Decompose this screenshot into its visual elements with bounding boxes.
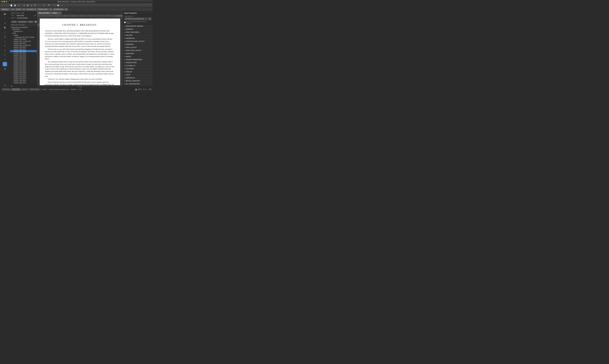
format-f-btn[interactable]: F <box>3 53 7 57</box>
print-preview-tab[interactable]: Print Preview <box>28 88 40 91</box>
prop-section-header[interactable]: ▶ FLEXIBILITY <box>123 64 153 67</box>
tree-item[interactable]: chapter_007.xhtml <box>10 54 37 56</box>
tree-item[interactable]: chapter_020.xhtml <box>10 80 37 82</box>
tree-item[interactable]: chapter_004.xhtml <box>10 48 37 50</box>
indent-btn[interactable]: ≡ <box>3 48 7 52</box>
editor-viewport[interactable]: 32px CHAPTER 5. BREAKFAST. I QUICKLY FOL… <box>37 17 123 85</box>
paste-button[interactable]: ↩ <box>60 4 63 7</box>
tree-item[interactable]: chapter_015.xhtml <box>10 70 37 72</box>
file-tree[interactable]: ▾ moby-dick-mo-20120214▾ META-INF contai… <box>10 26 37 84</box>
traffic-lights[interactable] <box>1 1 7 2</box>
list-ol-btn[interactable]: ≡ <box>3 44 7 48</box>
prop-section-header[interactable]: ▶ POSITION AND LAYOUT <box>123 40 153 43</box>
tree-item[interactable]: mobydick_001_002_melville... <box>10 36 37 38</box>
breadcrumb-item[interactable]: <body> <box>42 89 47 90</box>
prop-section-header[interactable]: ▶ IMAGE <box>123 55 153 58</box>
tree-item[interactable]: container.xml <box>10 30 37 32</box>
tree-item[interactable]: chapter_021.xhtml <box>10 82 37 84</box>
special-chars-button[interactable]: Ω <box>42 4 45 7</box>
tree-item[interactable]: chapter_002_overlay.smil <box>10 44 37 46</box>
underline-tool-btn[interactable]: U <box>3 35 7 39</box>
close-button[interactable] <box>1 1 3 2</box>
settings-gear-icon[interactable]: ⚙ <box>11 85 13 87</box>
print-button[interactable]: 🖨 <box>17 4 20 7</box>
prop-section-header[interactable]: ▶ TABLES <box>123 70 153 73</box>
prop-section-header[interactable]: ▶ COLORS <box>123 34 153 37</box>
breadcrumb-item[interactable]: <header> <box>70 89 77 90</box>
width-select[interactable]: Variable width <box>37 8 52 11</box>
prop-section-header[interactable]: ▶ GRID ITEM LAYOUT <box>123 49 153 52</box>
tree-item[interactable]: ▾ META-INF <box>10 28 37 30</box>
breadcrumb-item[interactable]: <h1> <box>78 89 82 90</box>
prop-section-header[interactable]: ▶ TRANSFORMATIONS <box>123 58 153 61</box>
new-doc-button[interactable]: 📄 <box>10 4 13 7</box>
justify-btn[interactable]: ≡ <box>3 57 7 62</box>
id-select[interactable]: (no ID) <box>15 8 25 11</box>
edit-title-icon[interactable]: ⚙ <box>34 14 36 17</box>
tree-item[interactable]: chapter_013.xhtml <box>10 66 37 68</box>
aria-select[interactable]: (no ARIA role) <box>52 8 68 11</box>
prop-section-header[interactable]: ▶ TRANSITIONS <box>123 61 153 64</box>
tree-item[interactable]: chapter_011.xhtml <box>10 62 37 64</box>
spine-tab[interactable]: Spine <box>28 21 34 23</box>
prop-section-header[interactable]: ▶ COLUMNS <box>123 67 153 70</box>
prop-section-header[interactable]: ▶ ALL PROPERTIES <box>123 82 153 85</box>
apply-styles-select[interactable]: this element only through its ID <box>124 17 151 20</box>
anchor-button[interactable]: ⚓ <box>30 4 33 7</box>
tree-item[interactable]: chapter_009.xhtml <box>10 58 37 60</box>
source-tab[interactable]: Source <box>21 88 28 91</box>
tree-item[interactable]: chapter_001.xhtml <box>10 38 37 40</box>
italic-tool-btn[interactable]: I <box>3 30 7 34</box>
prop-section-header[interactable]: ▶ GENERAL <box>123 28 153 31</box>
prop-section-header[interactable]: ▶ GEOMETRY <box>123 37 153 40</box>
toc-tab[interactable]: ToC <box>34 21 37 23</box>
minus-button[interactable]: − <box>5 4 8 7</box>
tree-item[interactable]: chapter_005.xhtml <box>10 50 37 52</box>
prop-section-header[interactable]: ▶ LISTS <box>123 73 153 76</box>
tree-item[interactable]: chapter_008.xhtml <box>10 56 37 58</box>
copy-button[interactable]: 📋 <box>57 4 60 7</box>
add-button[interactable]: + <box>1 4 4 7</box>
tree-item[interactable]: chapter_018.xhtml <box>10 76 37 78</box>
maximize-button[interactable] <box>6 1 7 2</box>
table-button[interactable]: ⊞ <box>23 4 26 7</box>
image-button[interactable]: 🖼 <box>26 4 29 7</box>
document-page[interactable]: CHAPTER 5. BREAKFAST. I QUICKLY FOLLOWED… <box>40 19 120 85</box>
active-tool-btn[interactable]: ↔ <box>3 62 7 66</box>
tree-item[interactable]: chapter_016.xhtml <box>10 72 37 74</box>
tree-item[interactable]: ▾ audio <box>10 34 37 36</box>
prop-section-header[interactable]: ▶ FONT FEATURES <box>123 31 153 34</box>
ruler-expand-icon[interactable]: ▸ <box>122 14 122 17</box>
settings-btn[interactable]: ⚙ <box>3 83 7 88</box>
bold-tool-btn[interactable]: B <box>3 26 7 30</box>
tree-item[interactable]: chapter_017.xhtml <box>10 74 37 76</box>
nav-exclaim-btn[interactable]: ! <box>3 16 7 21</box>
tab-close-icon[interactable]: ✕ <box>59 12 60 14</box>
tree-item[interactable]: chapter_012.xhtml <box>10 64 37 66</box>
breadcrumb-item[interactable]: <section.body-rw.Chapter-rw> <box>49 89 69 90</box>
tree-item[interactable]: chapter_019.xhtml <box>10 78 37 80</box>
prop-section-header[interactable]: ▶ VARIABLES <box>123 77 153 79</box>
class-select[interactable]: (no class) <box>26 8 37 11</box>
prop-section-header[interactable]: ▶ GRID LAYOUT <box>123 46 153 49</box>
nav-section-btn[interactable]: § <box>3 21 7 25</box>
tree-item[interactable]: chapter_014.xhtml <box>10 68 37 70</box>
nav-arrow-btn[interactable]: ◀▶ <box>3 12 7 16</box>
landmarks-tab[interactable]: Landmarks <box>18 21 27 23</box>
wysiwyg-tab[interactable]: Wysiwyg <box>11 88 21 91</box>
tree-item[interactable]: chapter_002.xhtml <box>10 42 37 44</box>
tree-item[interactable]: chapter_010.xhtml <box>10 60 37 62</box>
expand-editor-btn[interactable]: ▲ <box>120 11 123 14</box>
link-button[interactable]: 🔗 <box>33 4 37 7</box>
prop-section-header[interactable]: ▶ SHADOWS <box>123 52 153 55</box>
tree-item[interactable]: ▾ OPS <box>10 32 37 34</box>
tree-item[interactable]: chapter_003.xhtml <box>10 46 37 48</box>
minimize-button[interactable] <box>3 1 5 2</box>
prop-section-header[interactable]: ▶ BORDERS <box>123 43 153 46</box>
dual-view-tab[interactable]: Dual View <box>1 88 11 91</box>
tree-item[interactable]: chapter_006.xhtml <box>10 52 37 54</box>
guide-tab[interactable]: Guide <box>11 21 17 23</box>
prop-section-header[interactable]: ▶ MISCELLANEOUS <box>123 79 153 82</box>
save-button[interactable]: 💾 <box>13 4 17 7</box>
heading-select[interactable]: Heading 1 <box>0 8 14 11</box>
